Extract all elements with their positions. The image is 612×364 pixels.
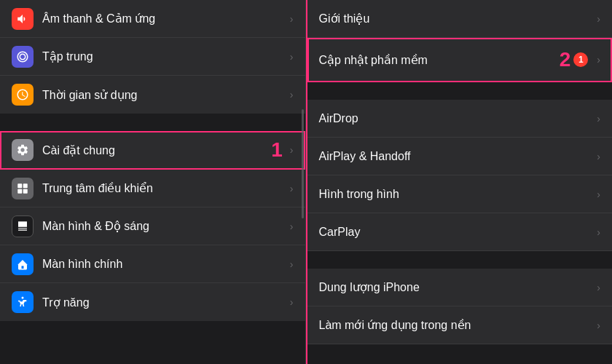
picture-in-picture-item[interactable]: Hình trong hình › (307, 175, 613, 213)
item-label: Giới thiệu (319, 12, 593, 25)
item-label: Âm thanh & Cảm ứng (42, 12, 286, 25)
chevron-icon: › (597, 282, 600, 293)
chevron-icon: › (597, 151, 600, 162)
focus-icon (12, 46, 34, 68)
chevron-icon: › (290, 221, 294, 232)
iphone-storage-item[interactable]: Dung lượng iPhone › (307, 269, 613, 306)
list-item[interactable]: Giới thiệu › (307, 0, 613, 38)
section-separator (307, 253, 613, 269)
time-icon (12, 84, 34, 106)
section-separator (0, 115, 305, 131)
svg-point-4 (22, 297, 24, 299)
item-label: Trung tâm điều khiển (42, 181, 286, 195)
chevron-icon: › (597, 320, 600, 331)
chevron-icon: › (597, 13, 600, 25)
item-label: Cài đặt chung (42, 143, 268, 157)
item-label: AirPlay & Handoff (319, 150, 593, 163)
right-group-3: Dung lượng iPhone › Làm mới ứng dụng tro… (307, 269, 613, 344)
settings-icon (12, 139, 34, 161)
chevron-icon: › (290, 13, 294, 25)
svg-rect-1 (23, 183, 28, 188)
left-main-group: Cài đặt chung 1 › Trung tâm điều khiển ›… (0, 131, 305, 321)
item-label: Tập trung (42, 50, 286, 63)
right-group-2: AirDrop › AirPlay & Handoff › Hình trong… (307, 100, 613, 251)
general-settings-item[interactable]: Cài đặt chung 1 › (0, 131, 305, 170)
item-label: Thời gian sử dụng (42, 88, 286, 102)
chevron-icon: › (597, 189, 600, 200)
list-item[interactable]: Màn hình chính › (0, 245, 305, 283)
section-separator (307, 84, 613, 100)
list-item[interactable]: Âm thanh & Cảm ứng › (0, 0, 305, 38)
display-icon (12, 215, 34, 237)
chevron-icon: › (290, 89, 294, 100)
airplay-item[interactable]: AirPlay & Handoff › (307, 138, 613, 175)
svg-rect-0 (17, 183, 22, 188)
chevron-icon: › (290, 144, 294, 156)
airdrop-item[interactable]: AirDrop › (307, 100, 613, 138)
right-group-1: Giới thiệu › Cập nhật phần mềm 2 1 › (307, 0, 613, 82)
update-badge: 1 (573, 52, 588, 67)
step-1-label: 1 (271, 138, 283, 162)
list-item[interactable]: Trợ năng › (0, 283, 305, 321)
item-label: Cập nhật phần mềm (319, 53, 557, 67)
left-panel: Âm thanh & Cảm ứng › Tập trung › Thời gi… (0, 0, 306, 364)
home-screen-icon (12, 253, 34, 275)
software-update-item[interactable]: Cập nhật phần mềm 2 1 › (307, 38, 613, 82)
item-label: Màn hình & Độ sáng (42, 219, 286, 233)
scrollbar[interactable] (302, 109, 304, 218)
chevron-icon: › (290, 51, 294, 63)
chevron-icon: › (290, 183, 294, 194)
chevron-icon: › (597, 226, 600, 238)
item-label: Dung lượng iPhone (319, 280, 593, 294)
accessibility-icon (12, 291, 34, 313)
item-label: Làm mới ứng dụng trong nền (319, 318, 593, 332)
svg-rect-3 (23, 189, 28, 193)
right-panel: Giới thiệu › Cập nhật phần mềm 2 1 › Air… (307, 0, 613, 364)
left-top-group: Âm thanh & Cảm ứng › Tập trung › Thời gi… (0, 0, 305, 114)
item-label: AirDrop (319, 112, 593, 125)
item-label: CarPlay (319, 226, 593, 239)
step-2-label: 2 (560, 48, 571, 71)
control-center-icon (12, 178, 34, 199)
list-item[interactable]: Tập trung › (0, 38, 305, 76)
item-label: Trợ năng (42, 296, 286, 309)
item-label: Màn hình chính (42, 258, 286, 271)
list-item[interactable]: Thời gian sử dụng › (0, 76, 305, 114)
chevron-icon: › (597, 113, 600, 124)
list-item[interactable]: Trung tâm điều khiển › (0, 170, 305, 207)
item-label: Hình trong hình (319, 188, 593, 201)
chevron-icon: › (290, 296, 294, 308)
chevron-icon: › (290, 258, 294, 270)
sound-icon (12, 8, 34, 30)
svg-rect-2 (17, 189, 22, 193)
background-refresh-item[interactable]: Làm mới ứng dụng trong nền › (307, 306, 613, 344)
left-scroll[interactable]: Âm thanh & Cảm ứng › Tập trung › Thời gi… (0, 0, 305, 364)
chevron-icon: › (597, 54, 600, 66)
carplay-item[interactable]: CarPlay › (307, 213, 613, 251)
right-scroll[interactable]: Giới thiệu › Cập nhật phần mềm 2 1 › Air… (307, 0, 613, 364)
list-item[interactable]: Màn hình & Độ sáng › (0, 207, 305, 245)
